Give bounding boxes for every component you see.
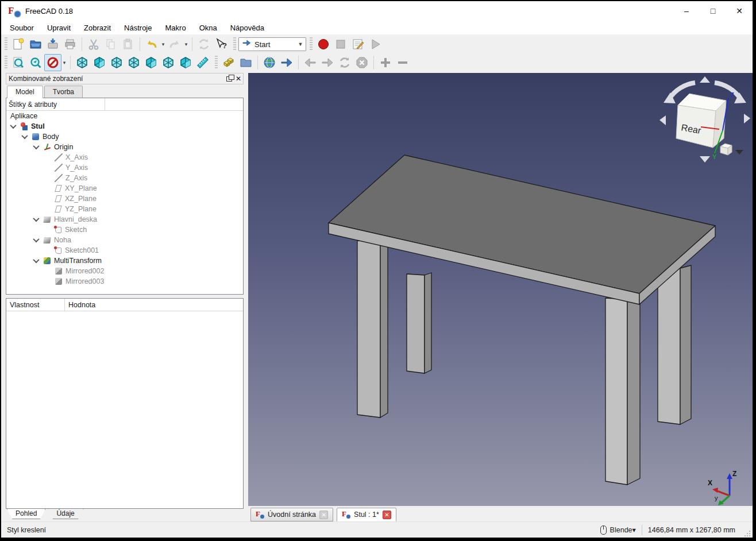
tree-item[interactable]: Hlavni_deska bbox=[6, 214, 243, 225]
tree-item[interactable]: Sketch001 bbox=[6, 245, 243, 256]
navigation-style-selector[interactable]: Blende▾ bbox=[610, 525, 636, 534]
whats-this-button[interactable]: ? bbox=[213, 36, 230, 53]
view-axonometric-button[interactable] bbox=[74, 54, 91, 71]
refresh-button[interactable] bbox=[195, 36, 213, 53]
panel-title-bar[interactable]: Kombinované zobrazení ✕ bbox=[6, 73, 244, 84]
tree-item[interactable]: XY_Plane bbox=[6, 183, 243, 194]
nav-up-arrow[interactable] bbox=[700, 76, 710, 83]
tree-item[interactable]: Y_Axis bbox=[6, 163, 243, 173]
browser-refresh-button[interactable] bbox=[336, 54, 353, 71]
tab-pohled[interactable]: Pohled bbox=[7, 509, 45, 519]
fit-all-button[interactable] bbox=[10, 54, 27, 71]
menu-item[interactable]: Nástroje bbox=[119, 22, 157, 34]
menu-item[interactable]: Soubor bbox=[5, 22, 39, 34]
3d-viewport[interactable]: Rear Z Y Z bbox=[248, 73, 753, 506]
print-button[interactable] bbox=[61, 36, 79, 53]
tree-root-application[interactable]: Aplikace bbox=[6, 111, 243, 121]
toolbar-drag-handle[interactable] bbox=[5, 37, 7, 51]
tree-item[interactable]: Sketch bbox=[6, 225, 243, 235]
chevron-down-icon[interactable] bbox=[33, 143, 39, 149]
macro-record-button[interactable] bbox=[315, 36, 332, 53]
tree-item[interactable]: Noha bbox=[6, 235, 243, 245]
new-document-button[interactable] bbox=[10, 36, 27, 53]
measure-distance-button[interactable] bbox=[194, 54, 211, 71]
tree-item[interactable]: MultiTransform bbox=[6, 256, 243, 266]
open-document-button[interactable] bbox=[27, 36, 44, 53]
workbench-selector[interactable]: Start ▼ bbox=[238, 37, 306, 51]
panel-float-icon[interactable] bbox=[226, 76, 232, 82]
fit-selection-button[interactable] bbox=[27, 54, 44, 71]
browser-stop-button[interactable] bbox=[353, 54, 371, 71]
nav-right-arrow[interactable] bbox=[744, 114, 750, 123]
draw-style-button[interactable] bbox=[44, 54, 61, 71]
nav-down-arrow[interactable] bbox=[700, 156, 710, 163]
tree-item[interactable]: Body bbox=[6, 132, 243, 142]
tab-udaje[interactable]: Údaje bbox=[48, 509, 83, 519]
menu-item[interactable]: Nápověda bbox=[225, 22, 269, 34]
draw-style-dropdown[interactable]: ▾ bbox=[61, 60, 67, 65]
tree-item[interactable]: Origin bbox=[6, 142, 243, 152]
tree-item[interactable]: Z_Axis bbox=[6, 173, 243, 183]
browser-forward-button[interactable] bbox=[319, 54, 336, 71]
menu-item[interactable]: Makro bbox=[160, 22, 191, 34]
navigation-cube[interactable]: Rear Z Y bbox=[659, 76, 750, 163]
paste-button[interactable] bbox=[119, 36, 137, 53]
navcube-menu-arrow[interactable] bbox=[735, 150, 743, 154]
create-group-button[interactable] bbox=[237, 54, 254, 71]
tab-close-icon[interactable]: ✕ bbox=[383, 511, 391, 519]
panel-close-icon[interactable]: ✕ bbox=[236, 75, 241, 82]
view-top-button[interactable] bbox=[108, 54, 125, 71]
tab-close-icon[interactable]: ✕ bbox=[319, 511, 328, 519]
close-button[interactable]: ✕ bbox=[726, 1, 753, 21]
tab-tvorba[interactable]: Tvorba bbox=[44, 86, 83, 98]
tab-document-stul[interactable]: F Stul : 1* ✕ bbox=[337, 508, 396, 521]
tree-item[interactable]: Mirrored003 bbox=[6, 276, 243, 287]
view-rear-button[interactable] bbox=[142, 54, 160, 71]
zoom-in-button[interactable] bbox=[377, 54, 394, 71]
macro-stop-button[interactable] bbox=[332, 36, 349, 53]
zoom-out-button[interactable] bbox=[394, 54, 411, 71]
tree-item[interactable]: Stul bbox=[6, 121, 243, 132]
rotate-right-arrow[interactable] bbox=[715, 83, 740, 99]
view-right-button[interactable] bbox=[125, 54, 142, 71]
tab-start-page[interactable]: F Úvodní stránka ✕ bbox=[250, 508, 333, 521]
browser-go-button[interactable] bbox=[278, 54, 295, 71]
chevron-down-icon[interactable] bbox=[33, 236, 39, 242]
save-button[interactable] bbox=[44, 36, 61, 53]
toolbar-drag-handle[interactable] bbox=[233, 37, 236, 51]
menu-item[interactable]: Zobrazit bbox=[79, 22, 116, 34]
menu-item[interactable]: Okna bbox=[194, 22, 222, 34]
nav-left-arrow[interactable] bbox=[659, 115, 666, 125]
cut-button[interactable] bbox=[85, 36, 102, 53]
create-part-button[interactable] bbox=[220, 54, 237, 71]
tree-item[interactable]: XZ_Plane bbox=[6, 194, 243, 204]
tree-item[interactable]: YZ_Plane bbox=[6, 204, 243, 214]
menu-item[interactable]: Upravit bbox=[42, 22, 76, 34]
toolbar-drag-handle[interactable] bbox=[310, 37, 313, 51]
chevron-down-icon[interactable] bbox=[33, 257, 39, 263]
undo-button[interactable] bbox=[143, 36, 160, 53]
toolbar-drag-handle[interactable] bbox=[215, 56, 218, 69]
view-front-button[interactable] bbox=[91, 54, 108, 71]
chevron-down-icon[interactable] bbox=[21, 133, 28, 139]
view-left-button[interactable] bbox=[177, 54, 194, 71]
macro-edit-button[interactable] bbox=[349, 36, 367, 53]
chevron-down-icon[interactable] bbox=[33, 215, 39, 222]
undo-dropdown[interactable]: ▾ bbox=[160, 41, 166, 47]
tab-model[interactable]: Model bbox=[7, 86, 43, 98]
open-website-button[interactable] bbox=[261, 54, 278, 71]
navcube-mini-cube[interactable] bbox=[720, 144, 732, 155]
redo-dropdown[interactable]: ▾ bbox=[183, 41, 189, 47]
tree-item[interactable]: Mirrored002 bbox=[6, 266, 243, 276]
macro-play-button[interactable] bbox=[367, 36, 384, 53]
chevron-down-icon[interactable] bbox=[10, 122, 16, 129]
redo-button[interactable] bbox=[166, 36, 183, 53]
copy-button[interactable] bbox=[102, 36, 119, 53]
resize-grip[interactable] bbox=[743, 530, 750, 536]
browser-back-button[interactable] bbox=[302, 54, 319, 71]
maximize-button[interactable]: □ bbox=[700, 1, 726, 21]
minimize-button[interactable]: – bbox=[673, 1, 700, 21]
view-bottom-button[interactable] bbox=[160, 54, 177, 71]
tree-item[interactable]: X_Axis bbox=[6, 152, 243, 163]
toolbar-drag-handle[interactable] bbox=[5, 56, 7, 69]
